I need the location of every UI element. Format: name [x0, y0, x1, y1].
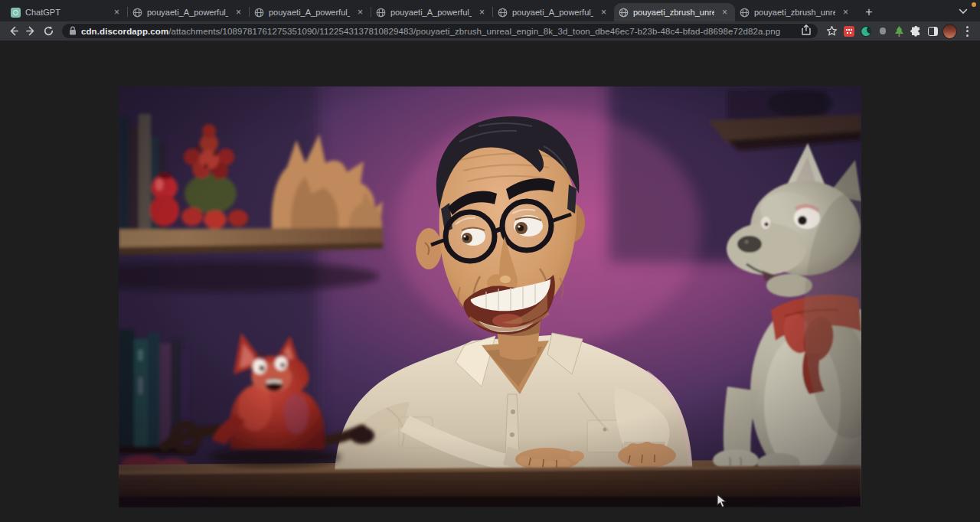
globe-icon — [619, 8, 629, 18]
extensions-puzzle-icon[interactable] — [909, 24, 923, 38]
browser-menu-icon[interactable] — [959, 24, 975, 39]
share-icon[interactable] — [802, 24, 811, 38]
sidebar-panel-icon[interactable] — [926, 24, 940, 38]
tab-title: ChatGPT — [25, 8, 106, 17]
close-icon[interactable]: × — [354, 7, 366, 18]
bookmark-star-icon[interactable] — [824, 24, 839, 39]
tab-title: pouyaeti_A_powerful_modern — [512, 8, 593, 17]
dark-reader-moon-icon[interactable] — [858, 24, 873, 38]
new-tab-button[interactable]: + — [859, 3, 879, 21]
tab-title: pouyaeti_A_powerful_modern — [147, 8, 228, 17]
tab-zbrush-unreal-2[interactable]: pouyaeti_zbrush_unreal_engin × — [735, 3, 856, 21]
forward-button[interactable] — [23, 24, 38, 39]
tab-title: pouyaeti_zbrush_unreal_engin — [633, 8, 714, 17]
tab-powerful-modern-4[interactable]: pouyaeti_A_powerful_modern × — [493, 3, 614, 21]
tab-zbrush-unreal-active[interactable]: pouyaeti_zbrush_unreal_engin × — [614, 3, 735, 21]
close-icon[interactable]: × — [719, 7, 730, 18]
mouse-cursor — [717, 494, 727, 511]
globe-icon — [254, 8, 264, 18]
globe-icon — [498, 8, 508, 18]
tab-powerful-modern-2[interactable]: pouyaeti_A_powerful_modern × — [250, 3, 371, 21]
globe-icon — [740, 8, 750, 18]
tab-title: pouyaeti_zbrush_unreal_engin — [754, 8, 835, 17]
close-icon[interactable]: × — [598, 7, 609, 18]
url-domain: cdn.discordapp.com — [81, 27, 168, 36]
gray-dot-extension-icon[interactable] — [875, 24, 890, 38]
close-icon[interactable]: × — [233, 7, 244, 18]
close-icon[interactable]: × — [111, 7, 122, 18]
tab-title: pouyaeti_A_powerful_modern — [390, 8, 472, 17]
browser-window: { "browser": { "tab_strip": { "tabs": [ … — [0, 0, 980, 522]
reload-button[interactable] — [41, 24, 56, 39]
back-button[interactable] — [5, 24, 21, 39]
tab-powerful-modern-3[interactable]: pouyaeti_A_powerful_modern × — [371, 3, 492, 21]
profile-avatar[interactable] — [942, 24, 957, 38]
close-icon[interactable]: × — [840, 7, 851, 18]
tab-strip: ChatGPT × pouyaeti_A_powerful_modern × p… — [0, 0, 980, 21]
tab-powerful-modern-1[interactable]: pouyaeti_A_powerful_modern × — [128, 3, 249, 21]
close-icon[interactable]: × — [476, 7, 488, 18]
address-bar[interactable]: cdn.discordapp.com/attachments/108978176… — [62, 24, 818, 38]
page-content — [0, 41, 980, 522]
green-tree-extension-icon[interactable] — [892, 24, 906, 38]
url-text: cdn.discordapp.com/attachments/108978176… — [81, 27, 797, 36]
vignette — [119, 86, 861, 507]
tab-title: pouyaeti_A_powerful_modern — [269, 8, 350, 17]
update-badge-dot — [972, 2, 976, 7]
browser-toolbar: cdn.discordapp.com/attachments/108978176… — [0, 21, 980, 41]
extension-red-download-icon[interactable] — [841, 24, 856, 38]
cartoon-render-scene — [119, 86, 861, 507]
padlock-icon — [69, 24, 77, 38]
globe-icon — [376, 8, 386, 18]
globe-icon — [132, 8, 142, 18]
tab-chatgpt[interactable]: ChatGPT × — [6, 3, 127, 21]
url-path: /attachments/1089781761275351090/1122543… — [168, 27, 780, 36]
chatgpt-icon — [11, 8, 21, 18]
discord-attachment-image[interactable] — [119, 86, 861, 507]
chevron-down-icon[interactable] — [959, 4, 968, 18]
